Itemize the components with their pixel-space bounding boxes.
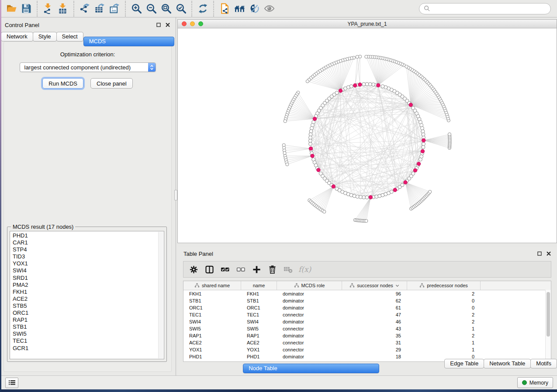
tab-motifs[interactable]: Motifs — [530, 359, 557, 368]
network-hub-node[interactable] — [413, 168, 417, 172]
network-hub-node[interactable] — [358, 83, 362, 86]
network-node[interactable] — [372, 83, 375, 86]
export-image-icon[interactable] — [108, 3, 121, 15]
splitter-grip[interactable] — [174, 190, 177, 200]
network-node[interactable] — [323, 210, 326, 213]
column-header-predecessor-nodes[interactable]: predecessor nodes — [407, 281, 481, 290]
network-hub-node[interactable] — [377, 83, 381, 87]
table-row[interactable]: TEC1TEC1connector472 — [183, 311, 551, 318]
network-node[interactable] — [390, 190, 393, 193]
network-node[interactable] — [422, 145, 425, 149]
network-hub-node[interactable] — [353, 83, 357, 87]
eye-icon[interactable] — [263, 3, 275, 15]
tab-edge-table[interactable]: Edge Table — [444, 359, 484, 368]
criterion-dropdown[interactable]: largest connected component (undirected) — [20, 62, 156, 72]
save-disk-icon[interactable] — [20, 3, 32, 15]
network-node[interactable] — [309, 133, 312, 136]
network-hub-node[interactable] — [409, 103, 413, 107]
network-hub-node[interactable] — [404, 180, 408, 184]
select-all-checks-icon[interactable] — [219, 263, 231, 275]
network-node[interactable] — [429, 190, 432, 193]
network-node[interactable] — [412, 172, 415, 175]
network-node[interactable] — [448, 133, 451, 136]
mcds-node-item[interactable]: PHD1 — [13, 232, 164, 239]
zoom-fit-icon[interactable] — [160, 3, 172, 15]
network-hub-node[interactable] — [332, 185, 336, 189]
float-panel-icon[interactable] — [537, 251, 542, 256]
deselect-all-checks-icon[interactable] — [235, 263, 246, 275]
network-node[interactable] — [405, 65, 408, 68]
network-hub-node[interactable] — [393, 188, 397, 192]
network-node[interactable] — [356, 55, 359, 58]
mcds-node-item[interactable]: STP4 — [13, 246, 164, 253]
zoom-in-icon[interactable] — [130, 3, 142, 15]
network-node[interactable] — [308, 139, 312, 142]
mcds-node-item[interactable]: STB5 — [13, 303, 164, 309]
add-plus-icon[interactable] — [251, 263, 262, 275]
float-panel-icon[interactable] — [156, 23, 161, 28]
mcds-node-item[interactable]: ACE2 — [13, 296, 164, 303]
network-node[interactable] — [309, 136, 312, 139]
mcds-result-list[interactable]: PHD1CAR1STP4TID3YOX1SWI4SRD1PMA2FKH1ACE2… — [10, 231, 164, 359]
column-header-name[interactable]: name — [241, 281, 277, 290]
tab-style[interactable]: Style — [33, 32, 57, 41]
tab-node-table[interactable]: Node Table — [243, 364, 379, 373]
mcds-node-item[interactable]: STB1 — [13, 323, 164, 330]
network-node[interactable] — [365, 219, 368, 222]
network-node[interactable] — [283, 151, 286, 155]
network-canvas[interactable] — [178, 28, 557, 243]
table-row[interactable]: ORC1ORC1dominator610 — [183, 304, 551, 311]
network-hub-node[interactable] — [422, 138, 426, 142]
network-hub-node[interactable] — [311, 154, 315, 158]
network-node[interactable] — [368, 83, 372, 86]
table-scrollbar-thumb[interactable] — [547, 292, 550, 337]
column-header-MCDS-role[interactable]: MCDS role — [277, 281, 342, 290]
mcds-node-item[interactable]: CAR1 — [13, 239, 164, 246]
mcds-node-item[interactable]: SWI4 — [13, 267, 164, 274]
column-header-shared-name[interactable]: shared name — [183, 281, 241, 290]
network-node[interactable] — [365, 196, 369, 199]
zoom-out-icon[interactable] — [145, 3, 157, 15]
network-node[interactable] — [309, 142, 312, 146]
table-scrollbar[interactable] — [545, 290, 551, 361]
mcds-list-scrollbar[interactable] — [158, 232, 163, 358]
home-pages-icon[interactable] — [233, 3, 246, 15]
network-node[interactable] — [356, 195, 359, 198]
network-hub-node[interactable] — [339, 89, 343, 93]
show-panels-list-button[interactable] — [5, 378, 18, 388]
table-row[interactable]: YOX1YOX1connector291 — [183, 346, 551, 353]
gear-icon[interactable] — [188, 263, 199, 275]
network-hub-node[interactable] — [369, 196, 373, 199]
network-node[interactable] — [359, 195, 362, 199]
table-row[interactable]: ACE2ACE2connector311 — [183, 339, 551, 346]
panel-splitter[interactable] — [174, 17, 177, 375]
export-table-icon[interactable] — [93, 3, 106, 15]
close-panel-icon[interactable] — [165, 23, 170, 28]
network-hub-node[interactable] — [421, 149, 425, 153]
network-hub-node[interactable] — [417, 162, 421, 166]
close-window-icon[interactable] — [182, 21, 187, 26]
mcds-node-item[interactable]: RAP1 — [13, 316, 164, 323]
network-document-icon[interactable] — [218, 3, 231, 15]
table-row[interactable]: FKH1FKH1dominator962 — [183, 290, 551, 297]
open-folder-icon[interactable] — [5, 3, 17, 15]
mcds-node-item[interactable]: GCR1 — [13, 345, 164, 352]
mcds-node-item[interactable]: SWI5 — [13, 330, 164, 337]
mcds-node-item[interactable]: SRD1 — [13, 275, 164, 282]
network-window-titlebar[interactable]: YPA_prune.txt_1 — [178, 20, 557, 28]
network-node[interactable] — [365, 55, 368, 58]
mcds-node-item[interactable]: TEC1 — [13, 337, 164, 344]
tab-network[interactable]: Network — [1, 32, 33, 41]
network-view[interactable] — [178, 28, 557, 243]
zoom-selected-icon[interactable] — [175, 3, 187, 15]
network-hub-node[interactable] — [309, 147, 313, 151]
table-row[interactable]: RAP1RAP1dominator352 — [183, 332, 551, 339]
import-network-icon[interactable] — [42, 3, 54, 15]
network-node[interactable] — [365, 83, 369, 86]
mcds-node-item[interactable]: YOX1 — [13, 260, 164, 267]
minimize-window-icon[interactable] — [190, 21, 195, 26]
network-node[interactable] — [362, 83, 366, 86]
network-node[interactable] — [362, 196, 366, 199]
tab-mcds[interactable]: MCDS — [83, 37, 174, 46]
network-node[interactable] — [286, 163, 289, 166]
